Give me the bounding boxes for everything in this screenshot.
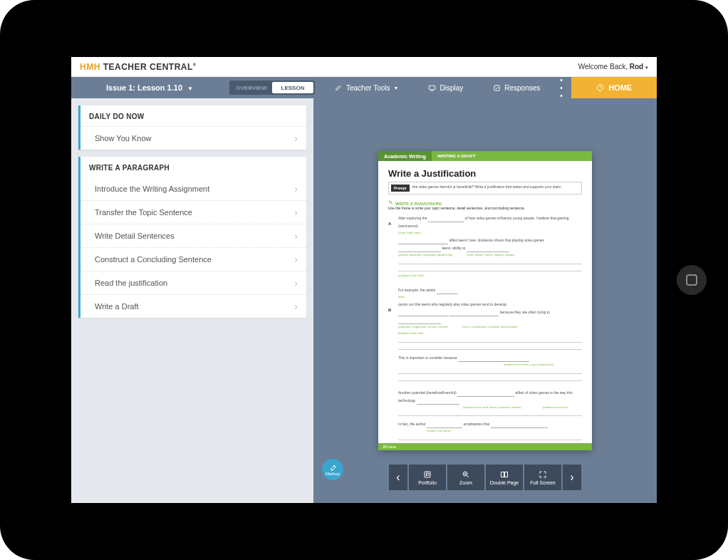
svg-rect-5 xyxy=(501,472,504,477)
welcome-text[interactable]: Welcome Back, Rod ▾ xyxy=(578,63,648,71)
home-button[interactable]: HOME xyxy=(571,77,657,98)
document-viewer: Markup Academic Writing WRITING A DRAFT … xyxy=(313,98,657,503)
display-icon xyxy=(428,84,436,92)
doc-paragraph-a: After exploring the of how video games i… xyxy=(398,214,582,279)
sidebar-item-concluding[interactable]: Construct a Concluding Sentence› xyxy=(80,247,306,271)
zoom-button[interactable]: Zoom xyxy=(447,465,484,490)
teacher-tools-menu[interactable]: Teacher Tools ▼ xyxy=(325,84,408,92)
doc-section-sub: Use the frame to write your topic senten… xyxy=(388,206,582,210)
panel-header: WRITE A PARAGRAPH xyxy=(80,157,306,177)
doc-tab-left: Academic Writing xyxy=(378,151,432,161)
fullscreen-button[interactable]: Full Screen xyxy=(524,465,561,490)
nav-bar: Issue 1: Lesson 1.10 ▼ OVERVIEW LESSON T… xyxy=(71,77,657,98)
double-page-icon xyxy=(499,470,509,479)
responses-button[interactable]: Responses xyxy=(483,84,550,92)
display-button[interactable]: Display xyxy=(418,84,473,92)
content-area: DAILY DO NOW Show You Know › WRITE A PAR… xyxy=(71,98,657,503)
home-icon xyxy=(596,84,604,92)
doc-body: Write a Justification Prompt Are video g… xyxy=(378,161,592,450)
sidebar-item-transfer[interactable]: Transfer the Topic Sentence› xyxy=(80,200,306,224)
pencil-icon: ✎ xyxy=(388,199,393,206)
chevron-right-icon: › xyxy=(294,230,298,242)
prev-page-button[interactable]: ‹ xyxy=(389,465,407,490)
markup-icon xyxy=(328,463,337,472)
sidebar-item-read[interactable]: Read the justification› xyxy=(80,271,306,294)
chevron-down-icon: ▼ xyxy=(394,85,399,90)
sidebar: DAILY DO NOW Show You Know › WRITE A PAR… xyxy=(71,98,313,503)
prompt-badge: Prompt xyxy=(391,185,410,192)
fullscreen-icon xyxy=(538,470,548,479)
doc-footer: 28 Issue xyxy=(378,443,592,450)
top-bar: HMH TEACHER CENTRAL® Welcome Back, Rod ▾ xyxy=(71,57,657,77)
doc-header-bar: Academic Writing WRITING A DRAFT xyxy=(378,151,592,161)
brand-name: TEACHER CENTRAL xyxy=(103,62,193,72)
lesson-tab[interactable]: LESSON xyxy=(272,82,313,93)
panel-write-paragraph: WRITE A PARAGRAPH Introduce the Writing … xyxy=(78,157,306,318)
brand-logo: HMH TEACHER CENTRAL® xyxy=(80,62,197,72)
zoom-icon xyxy=(461,470,471,479)
sidebar-item-introduce[interactable]: Introduce the Writing Assignment› xyxy=(80,177,306,200)
document-nav-bar: ‹ Portfolio Zoom Double Page xyxy=(389,465,581,490)
tablet-home-button[interactable] xyxy=(677,265,707,295)
svg-rect-0 xyxy=(430,85,435,90)
chevron-right-icon: › xyxy=(294,133,298,144)
svg-rect-1 xyxy=(494,85,499,90)
doc-paragraph-b: For example, the article (title) points … xyxy=(398,286,582,380)
prompt-text: Are video games harmful or beneficial? W… xyxy=(412,185,562,192)
overview-tab[interactable]: OVERVIEW xyxy=(231,82,272,93)
more-icon: • • • xyxy=(560,76,563,100)
chevron-left-icon: ‹ xyxy=(396,471,400,484)
portfolio-button[interactable]: Portfolio xyxy=(409,465,446,490)
sidebar-item-draft[interactable]: Write a Draft› xyxy=(80,294,306,318)
doc-prompt-box: Prompt Are video games harmful or benefi… xyxy=(388,182,582,195)
home-button-icon xyxy=(686,274,697,286)
chevron-right-icon: › xyxy=(294,301,298,312)
panel-header: DAILY DO NOW xyxy=(80,105,306,126)
chevron-right-icon: › xyxy=(294,183,298,195)
user-dropdown-caret: ▾ xyxy=(645,65,648,70)
app-screen: HMH TEACHER CENTRAL® Welcome Back, Rod ▾… xyxy=(71,57,657,503)
doc-title: Write a Justification xyxy=(388,168,582,179)
panel-daily-do-now: DAILY DO NOW Show You Know › xyxy=(78,105,306,150)
tools-icon xyxy=(335,84,343,92)
markup-button[interactable]: Markup xyxy=(322,459,343,480)
view-toggle: OVERVIEW LESSON xyxy=(229,81,315,95)
svg-rect-6 xyxy=(505,472,508,477)
double-page-button[interactable]: Double Page xyxy=(486,465,523,490)
portfolio-icon xyxy=(422,470,432,479)
chevron-right-icon: › xyxy=(294,254,298,265)
next-page-button[interactable]: › xyxy=(563,465,581,490)
doc-paragraph-c: Another potential (beneficial/harmful) e… xyxy=(398,389,582,450)
more-menu[interactable]: • • • xyxy=(550,76,571,100)
sidebar-item-show-you-know[interactable]: Show You Know › xyxy=(80,126,306,150)
document-page[interactable]: Academic Writing WRITING A DRAFT Write a… xyxy=(378,151,592,450)
brand-prefix: HMH xyxy=(80,62,100,72)
lesson-selector[interactable]: Issue 1: Lesson 1.10 ▼ xyxy=(71,83,228,92)
sidebar-item-detail[interactable]: Write Detail Sentences› xyxy=(80,224,306,247)
responses-icon xyxy=(493,84,501,92)
chevron-right-icon: › xyxy=(294,207,298,218)
doc-tab-right: WRITING A DRAFT xyxy=(432,154,482,158)
tablet-frame: HMH TEACHER CENTRAL® Welcome Back, Rod ▾… xyxy=(0,0,728,560)
chevron-right-icon: › xyxy=(294,277,298,289)
chevron-right-icon: › xyxy=(570,471,573,484)
chevron-down-icon: ▼ xyxy=(187,85,193,92)
